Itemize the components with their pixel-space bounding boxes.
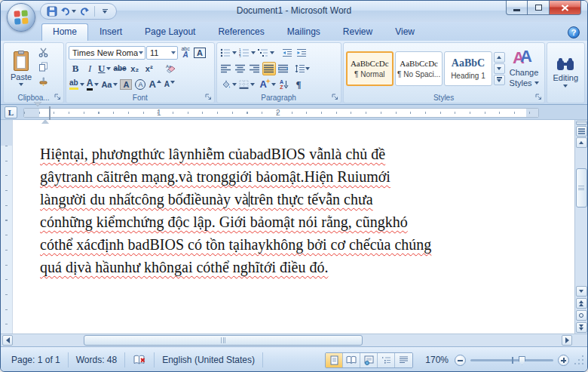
copy-button[interactable]	[36, 60, 50, 73]
grow-font-button[interactable]: A	[148, 78, 161, 91]
format-painter-button[interactable]	[36, 74, 50, 88]
styles-scroll-down-button[interactable]	[494, 63, 505, 74]
underline-button[interactable]: U	[97, 62, 112, 75]
first-line-indent-icon[interactable]	[34, 102, 41, 119]
select-browse-object-button[interactable]	[576, 310, 587, 321]
decrease-indent-button[interactable]	[280, 46, 294, 60]
tab-references[interactable]: References	[207, 23, 275, 41]
change-case-button[interactable]: Aa	[100, 78, 118, 91]
show-hide-button[interactable]: ¶	[292, 78, 305, 91]
page-indicator[interactable]: Page: 1 of 1	[4, 352, 69, 367]
clear-formatting-button[interactable]: Aa	[164, 62, 178, 75]
bold-button[interactable]: B	[69, 62, 82, 75]
sort-button[interactable]: A Z	[277, 78, 291, 91]
tab-page-layout[interactable]: Page Layout	[133, 23, 207, 41]
style-card-normal[interactable]: AaBbCcDc ¶ Normal	[346, 51, 394, 86]
word-count[interactable]: Words: 48	[69, 352, 125, 367]
clipboard-dialog-launcher[interactable]	[54, 94, 62, 101]
bullets-button[interactable]	[219, 46, 237, 60]
paragraph-dialog-launcher[interactable]	[332, 94, 339, 101]
borders-button[interactable]	[238, 78, 256, 91]
zoom-slider-marker[interactable]	[519, 356, 525, 365]
style-card-no-spacing[interactable]: AaBbCcDc ¶ No Spaci...	[395, 51, 443, 86]
window-resize-grip[interactable]	[574, 355, 584, 365]
print-layout-view-button[interactable]	[326, 353, 343, 367]
italic-button[interactable]: I	[83, 62, 96, 75]
increase-indent-button[interactable]	[295, 46, 308, 60]
vertical-scrollbar[interactable]	[574, 120, 587, 334]
horizontal-scroll-thumb[interactable]	[84, 335, 363, 346]
zoom-out-button[interactable]	[455, 355, 466, 366]
font-dialog-launcher[interactable]	[205, 94, 213, 101]
editing-caret-icon	[563, 85, 568, 88]
distributed-button[interactable]	[277, 62, 290, 75]
outline-view-button[interactable]	[378, 353, 395, 367]
multilevel-list-button[interactable]	[257, 46, 275, 60]
superscript-button[interactable]: x²	[142, 62, 156, 75]
office-button[interactable]	[7, 3, 35, 32]
numbering-button[interactable]: 123	[238, 46, 256, 60]
tab-home[interactable]: Home	[41, 23, 88, 41]
split-window-handle[interactable]	[576, 121, 587, 125]
next-page-button[interactable]	[576, 322, 587, 333]
font-name-caret-icon	[139, 51, 143, 54]
minimize-button[interactable]	[506, 1, 528, 15]
full-screen-reading-view-button[interactable]	[343, 353, 360, 367]
zoom-in-button[interactable]	[558, 355, 569, 366]
asian-layout-button[interactable]: A	[259, 78, 277, 91]
tab-mailings[interactable]: Mailings	[276, 23, 332, 41]
tab-stop-selector[interactable]: L	[5, 106, 17, 118]
ruler-toggle-button[interactable]	[576, 126, 587, 137]
paste-button[interactable]: Paste	[6, 45, 36, 92]
character-border-button[interactable]: A	[193, 46, 207, 60]
vertical-scroll-thumb[interactable]	[576, 168, 587, 208]
previous-page-button[interactable]	[576, 298, 587, 309]
change-styles-button[interactable]: AA Change Styles	[507, 48, 542, 88]
horizontal-ruler[interactable]: L 1 2	[1, 105, 587, 120]
tab-insert[interactable]: Insert	[88, 23, 133, 41]
zoom-slider[interactable]	[470, 355, 553, 366]
proofing-status-button[interactable]	[125, 352, 155, 367]
document-page[interactable]: Hiệntại, phươngthức lâynhiễm củabadBIOS …	[13, 120, 574, 334]
draft-view-button[interactable]	[395, 353, 412, 367]
shrink-font-button[interactable]: A	[163, 78, 176, 91]
text-highlight-button[interactable]: ab	[69, 78, 85, 91]
vertical-scroll-track[interactable]	[576, 149, 587, 285]
vertical-ruler[interactable]	[1, 120, 13, 334]
close-button[interactable]	[549, 1, 581, 15]
tab-view[interactable]: View	[384, 23, 426, 41]
horizontal-scrollbar[interactable]	[1, 334, 587, 346]
scroll-down-button[interactable]	[576, 286, 587, 297]
scroll-right-button[interactable]	[562, 335, 572, 346]
enclose-characters-button[interactable]: A	[133, 78, 147, 91]
styles-dialog-launcher[interactable]	[535, 94, 543, 101]
styles-more-button[interactable]	[494, 75, 505, 85]
zoom-level[interactable]: 170%	[425, 355, 449, 365]
align-left-button[interactable]	[219, 62, 233, 75]
left-indent-icon[interactable]	[49, 106, 51, 120]
font-size-select[interactable]: 11	[146, 46, 178, 60]
web-layout-view-button[interactable]	[360, 353, 378, 367]
shading-button[interactable]	[219, 78, 237, 91]
align-right-button[interactable]	[248, 62, 262, 75]
styles-scroll-up-button[interactable]	[494, 52, 505, 63]
strikethrough-button[interactable]: abe	[112, 62, 127, 75]
tab-review[interactable]: Review	[332, 23, 384, 41]
restore-button[interactable]	[528, 1, 549, 15]
editing-button[interactable]: Editing	[553, 57, 578, 88]
character-shading-button[interactable]: A	[119, 78, 133, 91]
help-button[interactable]: ?	[568, 26, 580, 38]
indent-marker[interactable]	[34, 106, 41, 119]
line-spacing-button[interactable]	[294, 62, 311, 75]
cut-button[interactable]	[36, 45, 50, 59]
style-card-heading1[interactable]: AaBbC Heading 1	[444, 51, 492, 86]
align-center-button[interactable]	[234, 62, 247, 75]
scroll-up-button[interactable]	[576, 137, 587, 148]
font-color-button[interactable]: A	[86, 78, 100, 91]
language-indicator[interactable]: English (United States)	[155, 352, 263, 367]
justify-button[interactable]	[262, 62, 276, 75]
font-name-select[interactable]: Times New Roma	[69, 46, 145, 60]
subscript-button[interactable]: x₂	[128, 62, 142, 75]
scroll-left-button[interactable]	[2, 335, 13, 346]
phonetic-guide-button[interactable]: abc A	[179, 46, 192, 60]
